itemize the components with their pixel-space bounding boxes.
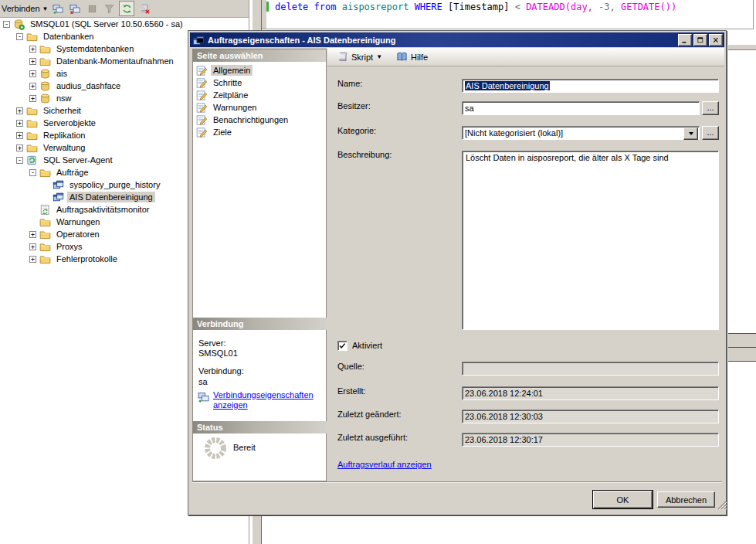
folder-icon — [39, 241, 51, 253]
sql-line[interactable]: delete from aisposreport WHERE [Timestam… — [275, 2, 676, 12]
created-label: Erstellt: — [337, 386, 366, 396]
tree-item-label: Fehlerprotokolle — [54, 253, 120, 264]
collapse-icon[interactable]: - — [16, 157, 23, 164]
collapse-icon[interactable]: - — [16, 33, 23, 40]
close-button[interactable] — [709, 34, 723, 46]
dialog-titlebar[interactable]: Auftragseigenschaften - AIS Datenbereini… — [190, 32, 724, 47]
script-error-icon[interactable] — [137, 2, 151, 15]
sql-token: aisposreport — [336, 2, 409, 12]
object-explorer-toolbar: Verbinden ▼ — [0, 0, 249, 18]
owner-label: Besitzer: — [337, 101, 371, 110]
cancel-button[interactable]: Abbrechen — [657, 491, 715, 508]
page-select-item[interactable]: Schritte — [193, 76, 326, 89]
job-icon — [192, 35, 205, 46]
script-button[interactable]: Skript ▼ — [334, 49, 385, 65]
tree-item-label: Systemdatenbanken — [54, 43, 136, 54]
expand-icon[interactable]: + — [29, 95, 36, 102]
editor-change-tracking-bar — [266, 2, 269, 12]
tree-item-label: syspolicy_purge_history — [67, 179, 162, 190]
help-button[interactable]: Hilfe — [393, 49, 431, 65]
stop-icon[interactable] — [85, 2, 99, 15]
folder-icon — [26, 130, 38, 141]
name-field[interactable]: AIS Datenbereinigung — [462, 79, 719, 93]
enabled-checkbox[interactable] — [337, 341, 347, 351]
server-icon — [13, 19, 25, 30]
folder-icon — [39, 216, 51, 228]
ssms-screen: Verbinden ▼ -SMSQL01 (SQL Server 10.50.6… — [0, 0, 756, 544]
owner-browse-button[interactable]: ... — [702, 101, 719, 115]
source-field — [462, 362, 719, 376]
executed-label: Zuletzt ausgeführt: — [337, 433, 408, 442]
resize-grip[interactable] — [717, 501, 727, 510]
expand-icon[interactable]: + — [16, 120, 23, 127]
disconnect-server-icon[interactable] — [68, 2, 82, 15]
page-select-item[interactable]: Zeitpläne — [193, 89, 326, 101]
background-panel-band — [728, 348, 756, 362]
page-select-item[interactable]: Warnungen — [193, 101, 326, 114]
expand-icon[interactable]: + — [29, 70, 36, 77]
progress-ring-icon — [203, 436, 228, 461]
expand-icon[interactable]: + — [16, 107, 23, 114]
minimize-button[interactable] — [678, 34, 692, 46]
collapse-icon[interactable]: - — [29, 169, 36, 176]
sql-token: WHERE — [409, 2, 442, 12]
job-history-link[interactable]: Auftragsverlauf anzeigen — [337, 460, 432, 469]
expand-icon[interactable]: + — [16, 132, 23, 139]
agent-icon — [26, 155, 38, 166]
dialog-toolbar: Skript ▼ Hilfe — [327, 48, 724, 66]
connection-properties-icon — [198, 391, 210, 403]
tree-item-label: ais — [54, 68, 69, 79]
expand-icon[interactable]: + — [29, 46, 36, 53]
modified-label: Zuletzt geändert: — [337, 410, 402, 419]
page-select-item[interactable]: Allgemein — [193, 64, 326, 76]
folder-icon — [26, 105, 38, 117]
sql-token: GETDATE()) — [615, 2, 676, 12]
tree-item-label: audius_dashface — [54, 80, 123, 91]
sql-token: -3, — [593, 2, 615, 12]
page-icon — [196, 127, 208, 138]
connect-server-icon[interactable] — [51, 2, 65, 15]
expand-icon[interactable]: + — [29, 231, 36, 238]
monitor-icon — [39, 204, 51, 216]
owner-field[interactable]: sa — [462, 101, 700, 115]
page-icon — [196, 65, 208, 76]
folder-icon — [26, 31, 38, 42]
page-select-items: AllgemeinSchritteZeitpläneWarnungenBenac… — [193, 62, 326, 138]
connection-properties-link[interactable]: Verbindungseigenschaften anzeigen — [213, 390, 323, 410]
page-icon — [196, 102, 208, 114]
expand-icon[interactable]: + — [29, 58, 36, 65]
maximize-button[interactable] — [693, 34, 707, 46]
tree-item-label: Proxys — [54, 241, 85, 252]
status-header: Status — [193, 421, 330, 434]
page-select-label: Zeitpläne — [211, 90, 250, 100]
expand-icon[interactable]: + — [29, 256, 36, 263]
folder-icon — [39, 229, 51, 240]
connect-dropdown-button[interactable]: Verbinden ▼ — [0, 1, 51, 16]
collapse-icon[interactable]: - — [3, 21, 10, 28]
tree-item[interactable]: -SMSQL01 (SQL Server 10.50.6560 - sa) — [0, 18, 248, 30]
executed-field: 23.06.2018 12:30:17 — [462, 433, 719, 447]
ok-button[interactable]: OK — [593, 491, 653, 508]
filter-icon[interactable] — [102, 2, 116, 15]
db-icon — [39, 68, 51, 80]
category-combobox[interactable]: [Nicht kategorisiert (lokal)] — [462, 126, 700, 140]
tree-item-label: Verwaltung — [41, 142, 87, 153]
job-properties-dialog: Auftragseigenschaften - AIS Datenbereini… — [188, 30, 727, 515]
refresh-icon[interactable] — [119, 1, 134, 16]
page-select-item[interactable]: Ziele — [193, 126, 326, 138]
connection-label: Verbindung: — [198, 366, 244, 376]
description-textarea[interactable]: Löscht Daten in aisposreport, die älter … — [462, 151, 719, 330]
expand-icon[interactable]: + — [29, 243, 36, 250]
expand-icon[interactable]: + — [16, 144, 23, 151]
status-text: Bereit — [233, 443, 256, 452]
combo-dropdown-button[interactable] — [683, 128, 698, 140]
page-select-label: Schritte — [211, 77, 244, 88]
page-select-item[interactable]: Benachrichtigungen — [193, 114, 326, 126]
category-browse-button[interactable]: ... — [702, 126, 719, 140]
sql-token: [Timestamp] — [442, 2, 510, 12]
expand-icon[interactable]: + — [29, 83, 36, 90]
tree-item-label: Sicherheit — [41, 105, 83, 116]
background-panel-edge — [728, 45, 756, 50]
tree-item-label: SMSQL01 (SQL Server 10.50.6560 - sa) — [28, 19, 185, 29]
sql-token: < — [509, 2, 520, 12]
